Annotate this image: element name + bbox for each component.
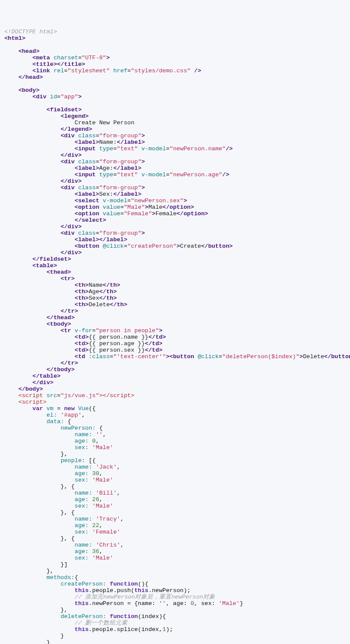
html-open: <html> — [4, 35, 26, 42]
body-open: <body> — [18, 87, 39, 94]
table-open: <table> — [33, 262, 57, 269]
body-close: </body> — [18, 386, 43, 392]
legend-close: </legend> — [61, 126, 92, 133]
fieldset-close: </fieldset> — [33, 256, 71, 262]
legend-text: Create New Person — [75, 120, 134, 126]
script-open: <script> — [18, 399, 46, 405]
form-group-1: <div — [61, 133, 75, 139]
head-open: <head> — [18, 48, 39, 55]
title-tag: <title></title> — [33, 61, 85, 68]
table-close: </table> — [33, 373, 61, 379]
doctype-line: <!DOCTYPE html> — [4, 29, 57, 35]
div-app: <div — [33, 94, 46, 100]
fieldset-open: <fieldset> — [46, 107, 82, 113]
meta-tag: <meta — [33, 55, 50, 61]
form-group-4: <div — [61, 230, 75, 236]
form-group-3: <div — [61, 184, 75, 191]
form-group-2: <div — [61, 159, 75, 165]
link-tag: <link — [33, 68, 50, 74]
head-close: </head> — [18, 74, 43, 81]
code-document: <!DOCTYPE html> <html> <head> <meta char… — [0, 26, 350, 644]
legend-open: <legend> — [61, 113, 89, 120]
script-ext-open: <script — [18, 392, 43, 399]
